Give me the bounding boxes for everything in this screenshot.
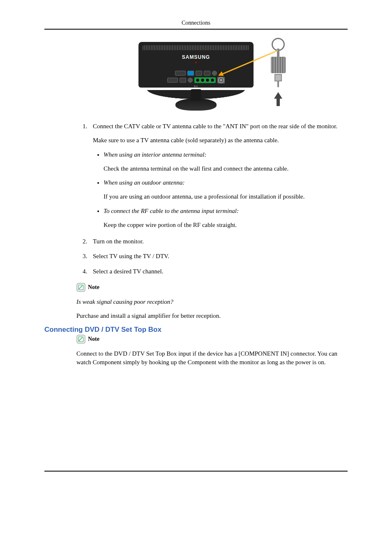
step-3-text: Select TV using the TV / DTV. — [93, 253, 169, 259]
up-arrow-icon — [274, 92, 282, 99]
monitor-bottom-label: B K — [143, 85, 249, 88]
step-1: Connect the CATV cable or TV antenna cab… — [89, 122, 348, 229]
bullet-outdoor-antenna: When using an outdoor antenna: If you ar… — [104, 178, 348, 201]
note-block-1: Note — [76, 283, 348, 292]
monitor-back-icon: SAMSUNG — [138, 42, 254, 88]
step-2: Turn on the monitor. — [89, 237, 348, 245]
step-4-text: Select a desired TV channel. — [93, 268, 163, 275]
bullet-follow: Check the antenna terminal on the wall f… — [104, 164, 348, 173]
note-advice: Purchase and install a signal amplifier … — [76, 312, 348, 320]
bullet-lead: When using an outdoor antenna: — [104, 179, 184, 186]
instruction-list: Connect the CATV cable or TV antenna cab… — [44, 122, 348, 275]
note-icon — [76, 283, 85, 292]
section2-body: Connect to the DVD / DTV Set Top Box inp… — [76, 349, 348, 366]
note-block-2: Note — [76, 335, 348, 344]
note-label: Note — [88, 284, 99, 290]
bullet-lead: To connect the RF cable to the antenna i… — [104, 208, 239, 214]
monitor-stand-icon — [175, 98, 217, 111]
page-header-title: Connections — [44, 20, 348, 26]
step-1-text: Connect the CATV cable or TV antenna cab… — [93, 123, 337, 130]
note-label: Note — [88, 336, 99, 342]
connection-figure: SAMSUNG — [44, 42, 348, 111]
step-3: Select TV using the TV / DTV. — [89, 252, 348, 260]
ant-in-port-icon — [217, 77, 225, 83]
bullet-interior-antenna: When using an interior antenna terminal:… — [104, 150, 348, 173]
step-1-sub: Make sure to use a TV antenna cable (sol… — [93, 136, 348, 144]
bullet-lead: When using an interior antenna terminal: — [104, 151, 206, 158]
monitor-brand-label: SAMSUNG — [143, 54, 249, 60]
bullet-follow: If you are using an outdoor antenna, use… — [104, 192, 348, 201]
step-4: Select a desired TV channel. — [89, 267, 348, 275]
note-icon — [76, 335, 85, 344]
antenna-icon — [266, 38, 291, 87]
note-question: Is weak signal causing poor reception? — [76, 298, 348, 306]
bullet-rf-cable: To connect the RF cable to the antenna i… — [104, 207, 348, 229]
bullet-follow: Keep the copper wire portion of the RF c… — [104, 221, 348, 229]
step-1-bullets: When using an interior antenna terminal:… — [93, 150, 348, 229]
section-heading-dvd-dtv: Connecting DVD / DTV Set Top Box — [44, 326, 348, 334]
footer-rule — [44, 471, 348, 472]
step-2-text: Turn on the monitor. — [93, 238, 144, 245]
header-rule — [44, 29, 348, 30]
